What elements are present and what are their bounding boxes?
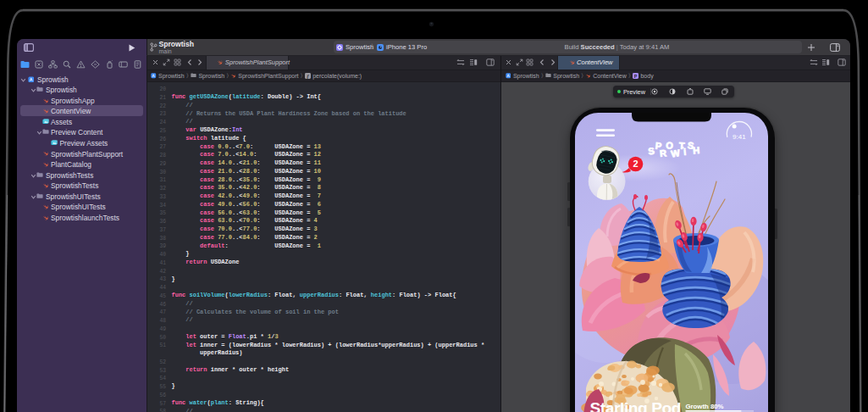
- svg-text:Starling Pod: Starling Pod: [589, 398, 681, 412]
- svg-text:9:41: 9:41: [733, 133, 746, 141]
- svg-text:P: P: [634, 73, 638, 78]
- svg-text:2: 2: [633, 159, 638, 169]
- svg-text:H: H: [692, 144, 699, 155]
- svg-text:Growth 80%: Growth 80%: [685, 402, 723, 409]
